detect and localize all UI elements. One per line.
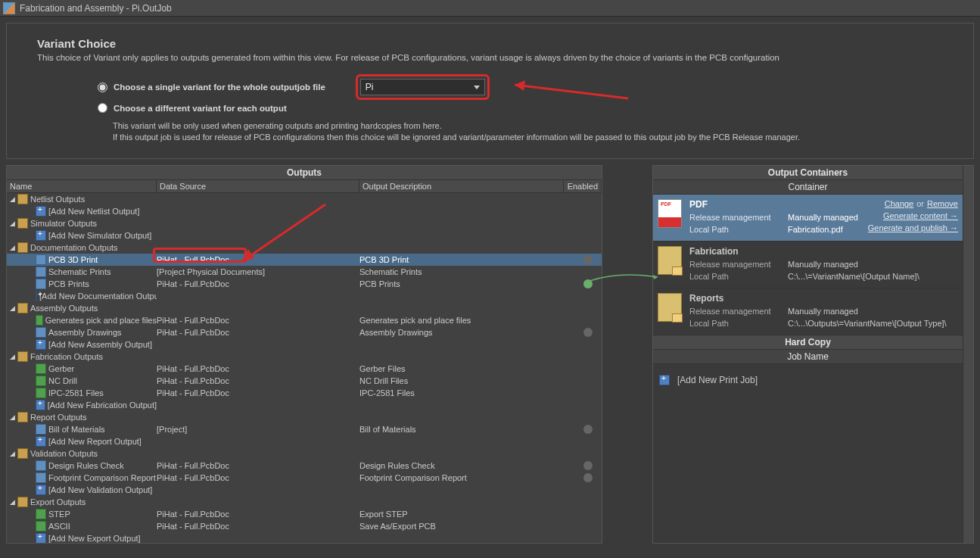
outputs-column-headers: Name Data Source Output Description Enab…: [7, 180, 602, 193]
variant-heading: Variant Choice: [37, 37, 943, 50]
containers-panel: Output Containers Container PDFRelease m…: [652, 165, 974, 544]
add-output-row[interactable]: [Add New Report Output]: [7, 435, 602, 447]
folder-icon: [658, 293, 682, 322]
containers-title: Output Containers: [653, 166, 963, 180]
variant-note-2: If this output job is used for release o…: [113, 132, 943, 143]
output-item[interactable]: Schematic Prints[Project Physical Docume…: [7, 266, 602, 278]
output-item[interactable]: NC DrillPiHat - Full.PcbDocNC Drill File…: [7, 375, 602, 387]
container-list: PDFRelease managementManually managedLoc…: [653, 195, 963, 335]
output-group[interactable]: ◢Report Outputs: [7, 411, 602, 423]
output-item[interactable]: ASCIIPiHat - Full.PcbDocSave As/Export P…: [7, 520, 602, 532]
container-actions: ChangeorRemoveGenerate content →Generate…: [868, 199, 958, 236]
containers-subtitle: Container: [653, 180, 963, 195]
add-output-row[interactable]: [Add New Assembly Output]: [7, 338, 602, 351]
containers-scrollbar[interactable]: [963, 166, 973, 543]
output-item[interactable]: Footprint Comparison ReportPiHat - Full.…: [7, 472, 602, 484]
variant-note-1: This variant will be only used when gene…: [113, 120, 943, 132]
output-item[interactable]: STEPPiHat - Full.PcbDocExport STEP: [7, 508, 602, 520]
pdf-icon: [658, 199, 682, 228]
add-output-row[interactable]: [Add New Simulator Output]: [7, 229, 602, 242]
add-output-row[interactable]: [Add New Fabrication Output]: [7, 399, 602, 411]
container-card[interactable]: ReportsRelease managementManually manage…: [653, 288, 963, 335]
radio-single-label: Choose a single variant for the whole ou…: [114, 83, 325, 92]
output-group[interactable]: ◢Validation Outputs: [7, 447, 602, 460]
add-icon: [659, 375, 670, 385]
chevron-down-icon: [474, 86, 480, 89]
output-item[interactable]: Bill of Materials[Project]Bill of Materi…: [7, 423, 602, 435]
col-output-desc[interactable]: Output Description: [359, 180, 564, 192]
change-link[interactable]: Change: [885, 199, 914, 208]
radio-each-variant[interactable]: [98, 103, 107, 113]
container-title: Reports: [689, 293, 958, 304]
output-item[interactable]: IPC-2581 FilesPiHat - Full.PcbDocIPC-258…: [7, 387, 602, 399]
outputs-tree[interactable]: ◢Netlist Outputs[Add New Netlist Output]…: [7, 193, 602, 543]
add-print-job-label: [Add New Print Job]: [677, 375, 758, 385]
col-data-source[interactable]: Data Source: [157, 180, 359, 192]
output-group[interactable]: ◢Export Outputs: [7, 496, 602, 508]
titlebar: Fabrication and Assembly - Pi.OutJob: [0, 0, 980, 17]
output-group[interactable]: ◢Simulator Outputs: [7, 217, 602, 229]
output-group[interactable]: ◢Fabrication Outputs: [7, 351, 602, 363]
generate-content-link[interactable]: Generate content →: [883, 211, 958, 220]
output-item[interactable]: Generates pick and place filesPiHat - Fu…: [7, 314, 602, 326]
container-card[interactable]: PDFRelease managementManually managedLoc…: [653, 195, 963, 242]
output-item[interactable]: PCB 3D PrintPiHat - Full.PcbDocPCB 3D Pr…: [7, 254, 602, 266]
add-output-row[interactable]: [Add New Export Output]: [7, 532, 602, 543]
window-title: Fabrication and Assembly - Pi.OutJob: [20, 3, 172, 14]
add-output-row[interactable]: [Add New Documentation Output]: [7, 290, 602, 302]
folder-icon: [658, 246, 682, 275]
variant-dropdown[interactable]: Pi: [360, 79, 485, 95]
radio-each-label: Choose a different variant for each outp…: [114, 104, 287, 113]
output-item[interactable]: Assembly DrawingsPiHat - Full.PcbDocAsse…: [7, 326, 602, 338]
container-title: PDF: [689, 199, 868, 210]
radio-single-variant[interactable]: [98, 83, 107, 92]
variant-select-highlight: Pi: [356, 74, 490, 100]
add-output-row[interactable]: [Add New Netlist Output]: [7, 205, 602, 217]
generate-publish-link[interactable]: Generate and publish →: [868, 223, 958, 232]
container-card[interactable]: FabricationRelease managementManually ma…: [653, 242, 963, 288]
app-icon: [3, 2, 15, 14]
add-output-row[interactable]: [Add New Validation Output]: [7, 484, 602, 496]
hardcopy-sub: Job Name: [653, 350, 963, 364]
output-group[interactable]: ◢Netlist Outputs: [7, 193, 602, 205]
output-item[interactable]: PCB PrintsPiHat - Full.PcbDocPCB Prints: [7, 278, 602, 290]
output-group[interactable]: ◢Documentation Outputs: [7, 242, 602, 254]
output-item[interactable]: GerberPiHat - Full.PcbDocGerber Files: [7, 363, 602, 375]
variant-desc: This choice of Variant only applies to o…: [37, 53, 943, 62]
add-print-job-row[interactable]: [Add New Print Job]: [653, 364, 963, 396]
variant-dropdown-value: Pi: [366, 82, 374, 92]
output-group[interactable]: ◢Assembly Outputs: [7, 302, 602, 314]
outputs-panel-title: Outputs: [7, 166, 602, 180]
col-enabled[interactable]: Enabled: [564, 180, 602, 192]
container-title: Fabrication: [689, 246, 958, 257]
outputs-panel: Outputs Name Data Source Output Descript…: [6, 165, 602, 544]
col-name[interactable]: Name: [7, 180, 157, 192]
output-item[interactable]: Design Rules CheckPiHat - Full.PcbDocDes…: [7, 460, 602, 472]
hardcopy-title: Hard Copy: [653, 335, 963, 350]
variant-choice-panel: Variant Choice This choice of Variant on…: [6, 23, 974, 159]
remove-link[interactable]: Remove: [927, 199, 958, 208]
